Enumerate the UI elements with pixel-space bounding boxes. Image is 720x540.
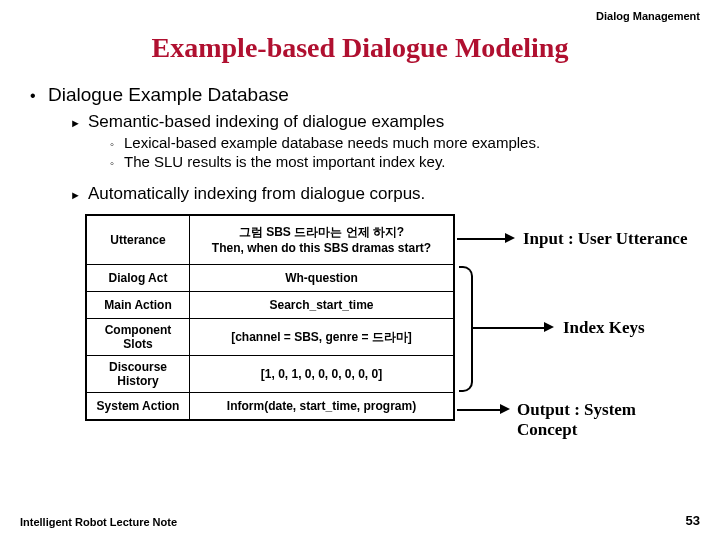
cell-label: Component Slots bbox=[86, 319, 190, 356]
utterance-line2: Then, when do this SBS dramas start? bbox=[196, 240, 447, 256]
label-index-keys: Index Keys bbox=[563, 318, 645, 338]
table-row: System Action Inform(date, start_time, p… bbox=[86, 393, 454, 421]
bullet-l1: • Dialogue Example Database bbox=[30, 84, 690, 106]
footer-note: Intelligent Robot Lecture Note bbox=[20, 516, 177, 528]
bullet-l2-b-text: Automatically indexing from dialogue cor… bbox=[88, 184, 425, 204]
bullet-l2-a-text: Semantic-based indexing of dialogue exam… bbox=[88, 112, 444, 132]
cell-value: Search_start_time bbox=[190, 292, 455, 319]
arrow-line bbox=[457, 238, 507, 240]
cell-label: Discourse History bbox=[86, 356, 190, 393]
bullet-l3-b-text: The SLU results is the most important in… bbox=[124, 153, 446, 170]
utterance-line1: 그럼 SBS 드라마는 언제 하지? bbox=[196, 224, 447, 240]
content-area: • Dialogue Example Database ► Semantic-b… bbox=[30, 84, 690, 484]
slide-title: Example-based Dialogue Modeling bbox=[0, 32, 720, 64]
bullet-dot-icon: • bbox=[30, 87, 48, 105]
diagram: Utterance 그럼 SBS 드라마는 언제 하지? Then, when … bbox=[85, 214, 690, 484]
cell-label: Dialog Act bbox=[86, 265, 190, 292]
triangle-icon: ► bbox=[70, 189, 88, 201]
circle-icon: ◦ bbox=[110, 138, 124, 150]
table-row: Component Slots [channel = SBS, genre = … bbox=[86, 319, 454, 356]
bullet-l3-a: ◦ Lexical-based example database needs m… bbox=[110, 134, 690, 151]
arrow-line bbox=[457, 409, 502, 411]
brace-icon bbox=[459, 266, 473, 392]
triangle-icon: ► bbox=[70, 117, 88, 129]
bullet-l3-b: ◦ The SLU results is the most important … bbox=[110, 153, 690, 170]
cell-value: 그럼 SBS 드라마는 언제 하지? Then, when do this SB… bbox=[190, 215, 455, 265]
cell-value: Inform(date, start_time, program) bbox=[190, 393, 455, 421]
cell-value: Wh-question bbox=[190, 265, 455, 292]
arrow-right-icon bbox=[544, 322, 554, 332]
page-number: 53 bbox=[686, 513, 700, 528]
cell-label: System Action bbox=[86, 393, 190, 421]
arrow-line bbox=[471, 327, 546, 329]
cell-value: [channel = SBS, genre = 드라마] bbox=[190, 319, 455, 356]
bullet-l2-a: ► Semantic-based indexing of dialogue ex… bbox=[70, 112, 690, 132]
label-output: Output : System Concept bbox=[517, 400, 690, 440]
bullet-l1-text: Dialogue Example Database bbox=[48, 84, 289, 106]
arrow-right-icon bbox=[505, 233, 515, 243]
cell-value: [1, 0, 1, 0, 0, 0, 0, 0, 0] bbox=[190, 356, 455, 393]
bullet-l2-b: ► Automatically indexing from dialogue c… bbox=[70, 184, 690, 204]
table-row: Main Action Search_start_time bbox=[86, 292, 454, 319]
cell-label: Utterance bbox=[86, 215, 190, 265]
arrow-right-icon bbox=[500, 404, 510, 414]
label-input: Input : User Utterance bbox=[523, 229, 687, 249]
example-table: Utterance 그럼 SBS 드라마는 언제 하지? Then, when … bbox=[85, 214, 455, 421]
cell-label: Main Action bbox=[86, 292, 190, 319]
table-row: Discourse History [1, 0, 1, 0, 0, 0, 0, … bbox=[86, 356, 454, 393]
bullet-l3-a-text: Lexical-based example database needs muc… bbox=[124, 134, 540, 151]
header-topic: Dialog Management bbox=[596, 10, 700, 22]
circle-icon: ◦ bbox=[110, 157, 124, 169]
table-row: Dialog Act Wh-question bbox=[86, 265, 454, 292]
table-row: Utterance 그럼 SBS 드라마는 언제 하지? Then, when … bbox=[86, 215, 454, 265]
